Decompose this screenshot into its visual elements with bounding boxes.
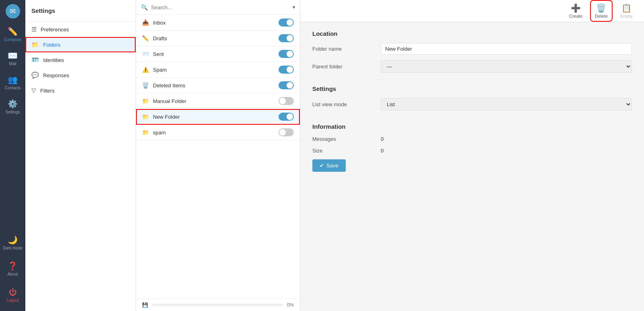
delete-button[interactable]: 🗑️ Delete [592, 2, 611, 20]
nav-item-about[interactable]: ❓ About [0, 257, 25, 281]
main-content: ➕ Create 🗑️ Delete 📋 Empty Location Fold… [300, 0, 644, 311]
nav-item-mail[interactable]: ✉️ Mail [0, 46, 25, 70]
size-label: Size [312, 148, 373, 154]
spam2-toggle[interactable] [279, 128, 294, 136]
empty-button[interactable]: 📋 Empty [617, 2, 636, 20]
nav-item-contacts[interactable]: 👥 Contacts [0, 70, 25, 95]
list-view-mode-select[interactable]: List Thread [381, 98, 632, 111]
settings-menu-folders-label: Folders [43, 42, 60, 48]
settings-menu-filters[interactable]: ▽ Filters [25, 83, 136, 98]
settings-panel: Settings ☰ Preferences 📁 Folders 🪪 Ident… [25, 0, 136, 311]
settings-menu-identities-label: Identities [43, 57, 64, 63]
folder-item-sent[interactable]: 📨 Sent [136, 46, 300, 62]
folder-item-deleted-label: Deleted Items [153, 82, 275, 89]
folders-icon: 📁 [31, 41, 39, 48]
nav-item-compose[interactable]: ✏️ Compose [0, 22, 25, 46]
folder-search-bar: 🔍 ▾ [136, 0, 300, 15]
nav-label-about: About [7, 272, 18, 276]
save-button[interactable]: ✔ Save [312, 159, 346, 172]
filters-icon: ▽ [31, 87, 36, 94]
nav-sidebar: ✉ ✏️ Compose ✉️ Mail 👥 Contacts ⚙️ Setti… [0, 0, 25, 311]
nav-item-settings[interactable]: ⚙️ Settings [0, 95, 25, 119]
folder-item-spam[interactable]: ⚠️ Spam [136, 62, 300, 78]
size-value: 0 [381, 148, 632, 154]
settings-menu-responses[interactable]: 💬 Responses [25, 68, 136, 83]
nav-label-mail: Mail [9, 62, 16, 66]
about-icon: ❓ [8, 261, 18, 271]
information-section-title: Information [312, 123, 632, 130]
logout-icon: ⏻ [9, 288, 17, 297]
nav-label-darkmode: Dark mode [3, 246, 23, 250]
settings-panel-title: Settings [25, 0, 136, 22]
list-view-mode-label: List view mode [312, 101, 373, 107]
create-button[interactable]: ➕ Create [566, 2, 586, 20]
new-folder-icon: 📁 [142, 113, 149, 120]
folder-item-manual[interactable]: 📁 Manual Folder [136, 93, 300, 109]
folder-panel: 🔍 ▾ 📥 Inbox ✏️ Drafts 📨 Sent [136, 0, 300, 311]
manual-toggle[interactable] [279, 97, 294, 105]
spam-toggle[interactable] [279, 66, 294, 74]
top-toolbar: ➕ Create 🗑️ Delete 📋 Empty [300, 0, 644, 22]
folder-item-spam2[interactable]: 📁 spam [136, 125, 300, 140]
folder-name-label: Folder name [312, 46, 373, 52]
new-folder-toggle[interactable] [279, 113, 294, 121]
storage-progress-bar [152, 304, 283, 306]
search-icon: 🔍 [141, 4, 148, 10]
drafts-folder-icon: ✏️ [142, 35, 149, 41]
drafts-toggle[interactable] [279, 34, 294, 42]
detail-area: Location Folder name Parent folder — Set… [300, 22, 644, 311]
save-label: Save [326, 163, 339, 169]
folder-item-drafts-label: Drafts [153, 35, 275, 41]
nav-label-contacts: Contacts [5, 86, 21, 90]
folder-item-deleted[interactable]: 🗑️ Deleted Items [136, 78, 300, 93]
parent-folder-row: Parent folder — [312, 60, 632, 73]
contacts-icon: 👥 [8, 75, 18, 84]
delete-label: Delete [595, 14, 608, 19]
folder-name-input[interactable] [381, 43, 632, 55]
create-icon: ➕ [571, 3, 581, 13]
preferences-icon: ☰ [31, 26, 37, 33]
delete-icon: 🗑️ [596, 3, 606, 13]
messages-row: Messages 0 [312, 136, 632, 142]
settings-menu-responses-label: Responses [43, 72, 69, 78]
compose-icon: ✏️ [8, 27, 18, 36]
sent-toggle[interactable] [279, 50, 294, 58]
settings-menu-preferences-label: Preferences [41, 27, 69, 33]
folder-item-inbox-label: Inbox [153, 20, 275, 26]
nav-item-darkmode[interactable]: 🌙 Dark mode [0, 231, 25, 255]
nav-label-settings: Settings [5, 110, 20, 114]
darkmode-icon: 🌙 [8, 235, 18, 245]
sent-folder-icon: 📨 [142, 51, 149, 57]
footer-hdd-icon: 💾 [142, 302, 148, 308]
folder-name-row: Folder name [312, 43, 632, 55]
messages-value: 0 [381, 136, 632, 142]
deleted-folder-icon: 🗑️ [142, 82, 149, 89]
settings-menu-folders[interactable]: 📁 Folders [25, 37, 136, 52]
settings-menu-identities[interactable]: 🪪 Identities [25, 52, 136, 68]
folder-item-new-label: New Folder [153, 114, 275, 120]
folder-item-drafts[interactable]: ✏️ Drafts [136, 31, 300, 46]
empty-icon: 📋 [621, 3, 632, 13]
spam2-folder-icon: 📁 [142, 129, 149, 136]
settings-menu-preferences[interactable]: ☰ Preferences [25, 22, 136, 37]
settings-menu-filters-label: Filters [40, 88, 54, 94]
empty-label: Empty [620, 14, 633, 19]
folder-item-inbox[interactable]: 📥 Inbox [136, 15, 300, 31]
save-checkmark-icon: ✔ [320, 163, 324, 169]
parent-folder-select[interactable]: — [381, 60, 632, 73]
deleted-toggle[interactable] [279, 81, 294, 89]
folder-item-spam-label: Spam [153, 67, 275, 73]
nav-bottom: 🌙 Dark mode ❓ About ⏻ Logout [0, 231, 25, 311]
nav-item-logout[interactable]: ⏻ Logout [0, 283, 25, 307]
inbox-toggle[interactable] [279, 19, 294, 27]
list-view-mode-row: List view mode List Thread [312, 98, 632, 111]
inbox-folder-icon: 📥 [142, 19, 149, 26]
folder-item-new[interactable]: 📁 New Folder [136, 109, 300, 125]
storage-percent: 0% [287, 302, 294, 308]
search-input[interactable] [151, 4, 289, 10]
settings-section-title: Settings [312, 85, 632, 92]
search-dropdown-icon[interactable]: ▾ [293, 4, 295, 10]
nav-label-logout: Logout [6, 298, 19, 303]
create-label: Create [569, 14, 582, 19]
settings-icon: ⚙️ [8, 99, 18, 109]
